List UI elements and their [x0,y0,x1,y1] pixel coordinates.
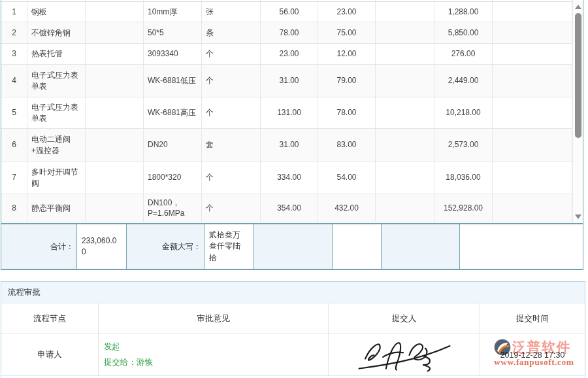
item-extra [86,44,144,65]
signature-image [355,337,453,373]
header-flow-node: 流程节点 [1,303,99,334]
totals-amount: 233,060.00 [77,224,127,269]
item-qty: 78.00 [261,22,318,44]
item-unit: 条 [202,22,261,44]
header-submitter: 提交人 [329,303,480,334]
item-qty: 131.00 [261,97,318,129]
item-unit: 个 [202,162,261,194]
scroll-down-arrow-icon[interactable] [575,215,581,219]
row-index: 8 [1,194,27,222]
fanpu-logo-icon [494,339,511,356]
item-extra [86,2,144,22]
item-name: 电子式压力表单表 [27,65,86,97]
item-amount: 152,928.00 [434,194,493,222]
item-unit: 个 [202,65,261,97]
item-qty: 31.00 [261,65,318,97]
header-submit-time: 提交时间 [480,303,585,334]
table-row: 3热表托管3093340个23.0012.00276.00 [1,44,572,65]
amount-in-words-value: 贰拾叁万叁仟零陆拾 [204,224,254,269]
table-row: 5电子式压力表单表WK-6881高压个131.0078.0010,218.00 [1,97,572,129]
item-name: 静态平衡阀 [27,194,86,222]
item-extra3 [493,162,572,194]
item-qty: 334.00 [261,162,318,194]
item-extra2 [376,2,434,22]
row-index: 5 [1,97,27,129]
item-unit: 个 [202,194,261,222]
item-amount: 10,218.00 [434,97,493,129]
approval-header-row: 流程节点 审批意见 提交人 提交时间 [1,303,585,334]
item-name: 热表托管 [27,44,86,65]
item-extra2 [376,22,434,44]
amount-in-words-label: 金额大写： [127,224,204,269]
item-price: 78.00 [318,97,376,129]
item-unit: 个 [202,97,261,129]
item-amount: 5,850.00 [434,22,493,44]
row-index: 1 [1,2,27,22]
item-spec: DN20 [144,129,202,162]
submitter-signature [329,334,480,375]
table-row: 6电动二通阀+温控器DN20套31.0083.002,573.00 [1,129,572,162]
opinion-action: 发起 [104,339,120,355]
item-amount: 2,573.00 [434,129,493,162]
item-name: 不镀锌角钢 [27,22,86,44]
item-extra2 [376,129,434,162]
item-name: 电子式压力表单表 [27,97,86,129]
item-spec: WK-6881高压 [144,97,202,129]
watermark-brand-text: 泛普软件 [512,338,571,356]
rows-area: 1钢板10mm厚张56.0023.001,288.002不镀锌角钢50*5条78… [1,0,572,223]
approval-opinion-cell: 发起 提交给：游恢 [99,334,329,375]
table-row: 1钢板10mm厚张56.0023.001,288.00 [1,2,572,22]
item-name: 钢板 [27,2,86,22]
item-price: 83.00 [318,129,376,162]
table-row: 7多叶对开调节阀1800*320个334.0054.0018,036.00 [1,162,572,194]
item-unit: 张 [202,2,261,22]
item-amount: 1,288.00 [434,2,493,22]
item-price: 23.00 [318,2,376,22]
purchase-detail-sheet: 1钢板10mm厚张56.0023.001,288.002不镀锌角钢50*5条78… [1,0,583,270]
item-price: 79.00 [318,65,376,97]
scrollbar-thumb[interactable] [575,13,581,138]
item-extra3 [493,97,572,129]
item-unit: 套 [202,129,261,162]
item-extra3 [493,2,572,22]
row-index: 4 [1,65,27,97]
watermark-url-text: www.fanpusoft.com [494,357,574,368]
approval-panel-title: 流程审批 [1,282,585,303]
item-extra [86,162,144,194]
item-spec: 50*5 [144,22,202,44]
detail-grid-viewport: 1钢板10mm厚张56.0023.001,288.002不镀锌角钢50*5条78… [1,0,583,223]
item-spec: DN100，P=1.6MPa [144,194,202,222]
item-name: 多叶对开调节阀 [27,162,86,194]
item-amount: 276.00 [434,44,493,65]
item-spec: 1800*320 [144,162,202,194]
item-qty: 23.00 [261,44,318,65]
item-name: 电动二通阀+温控器 [27,129,86,162]
vertical-scrollbar[interactable] [572,0,583,223]
scroll-up-arrow-icon[interactable] [575,5,581,9]
flow-node-cell: 申请人 [1,334,99,375]
opinion-submit-to: 提交给：游恢 [104,355,153,371]
item-extra3 [493,22,572,44]
item-extra2 [376,162,434,194]
item-price: 12.00 [318,44,376,65]
item-spec: WK-6881低压 [144,65,202,97]
item-extra2 [376,44,434,65]
totals-empty-cell [460,224,583,269]
item-price: 432.00 [318,194,376,222]
item-qty: 354.00 [261,194,318,222]
header-approval-opinion: 审批意见 [99,303,329,334]
item-extra3 [493,129,572,162]
item-price: 75.00 [318,22,376,44]
table-row: 4电子式压力表单表WK-6881低压个31.0079.002,449.00 [1,65,572,97]
row-index: 6 [1,129,27,162]
row-index: 3 [1,44,27,65]
totals-empty-cell [254,224,333,269]
item-unit: 个 [202,44,261,65]
item-spec: 10mm厚 [144,2,202,22]
item-extra [86,97,144,129]
item-amount: 18,036.00 [434,162,493,194]
item-extra [86,129,144,162]
totals-label: 合计： [1,224,77,269]
item-extra [86,22,144,44]
item-extra2 [376,97,434,129]
